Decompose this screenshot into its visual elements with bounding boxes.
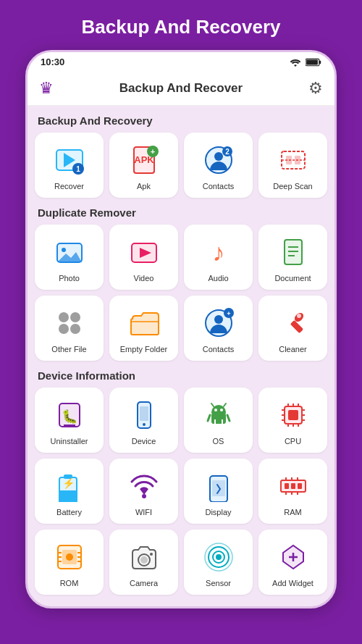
sensor-item[interactable]: Sensor: [184, 530, 253, 595]
wifi-item[interactable]: WIFI: [109, 459, 178, 524]
recover-label: Recover: [54, 182, 84, 191]
svg-point-104: [66, 553, 73, 561]
battery-label: Battery: [56, 508, 82, 517]
camera-item[interactable]: Camera: [109, 530, 178, 595]
uninstaller-label: Uninstaller: [51, 437, 88, 446]
ram-item[interactable]: RAM: [258, 459, 327, 524]
svg-rect-92: [285, 483, 289, 489]
cpu-item[interactable]: CPU: [258, 388, 327, 453]
svg-point-24: [62, 248, 66, 252]
rom-icon: [54, 541, 85, 573]
svg-point-58: [220, 409, 223, 411]
content: Backup And Recovery 1 Recover: [28, 106, 334, 606]
photo-label: Photo: [59, 274, 80, 283]
recover-icon: 1: [54, 144, 85, 176]
svg-point-54: [143, 423, 146, 426]
svg-rect-94: [298, 483, 302, 489]
document-icon: [277, 236, 309, 268]
svg-point-38: [70, 324, 80, 334]
emptyfolder-icon: [128, 307, 160, 339]
rom-label: ROM: [60, 579, 79, 587]
svg-rect-82: [59, 490, 77, 502]
svg-point-114: [216, 554, 222, 560]
page-title: Backup And Recovery: [67, 0, 295, 50]
svg-point-46: [297, 314, 301, 318]
sensor-icon: [203, 541, 235, 573]
cleaner-icon: [277, 307, 309, 339]
apk-label: Apk: [137, 182, 151, 191]
photo-item[interactable]: Photo: [35, 225, 104, 290]
svg-point-112: [140, 556, 148, 564]
ram-label: RAM: [284, 508, 301, 517]
svg-text:🐛: 🐛: [62, 409, 78, 425]
svg-point-41: [214, 315, 223, 324]
video-label: Video: [134, 274, 154, 283]
svg-point-85: [142, 494, 146, 498]
rom-item[interactable]: ROM: [35, 530, 104, 595]
addwidget-label: Add Widget: [272, 579, 313, 587]
display-item[interactable]: Display: [184, 459, 253, 524]
addwidget-icon: [277, 541, 309, 573]
document-item[interactable]: Document: [258, 225, 327, 290]
svg-point-36: [70, 312, 80, 322]
ram-icon: [277, 470, 309, 502]
contacts-backup-item[interactable]: 2 Contacts: [184, 133, 253, 198]
device-icon: [128, 399, 160, 431]
os-label: OS: [213, 437, 224, 446]
otherfile-item[interactable]: Other File: [35, 296, 104, 361]
svg-rect-56: [211, 414, 226, 424]
section-device-label: Device Information: [35, 361, 327, 388]
grid-duplicate: Photo Video ♪: [35, 225, 327, 361]
top-bar-title: Backup And Recover: [119, 81, 243, 96]
svg-text:+: +: [227, 310, 230, 317]
recover-item[interactable]: 1 Recover: [35, 133, 104, 198]
svg-point-57: [214, 409, 217, 411]
grid-backup: 1 Recover APK + Apk: [35, 133, 327, 198]
os-icon: [203, 399, 235, 431]
display-icon: [203, 470, 235, 502]
camera-label: Camera: [130, 579, 158, 587]
wifi-status-icon: [290, 58, 301, 67]
video-item[interactable]: Video: [109, 225, 178, 290]
svg-rect-67: [288, 410, 298, 420]
emptyfolder-item[interactable]: Empty Folder: [109, 296, 178, 361]
cleaner-label: Cleaner: [279, 345, 307, 354]
wifi-icon: [128, 470, 160, 502]
deepscan-item[interactable]: Deep Scan: [258, 133, 327, 198]
sensor-label: Sensor: [206, 579, 231, 587]
svg-rect-44: [290, 320, 303, 333]
crown-icon: ♛: [39, 79, 54, 98]
wifi-label: WIFI: [135, 508, 152, 517]
cleaner-item[interactable]: Cleaner: [258, 296, 327, 361]
battery-item[interactable]: ⚡ Battery: [35, 459, 104, 524]
settings-icon[interactable]: ⚙: [308, 79, 323, 98]
status-icons: [290, 58, 321, 67]
svg-point-37: [59, 324, 69, 334]
audio-icon: ♪: [203, 236, 235, 268]
svg-line-59: [208, 415, 210, 421]
svg-point-35: [59, 312, 69, 322]
svg-rect-1: [306, 59, 318, 64]
apk-item[interactable]: APK + Apk: [109, 133, 178, 198]
svg-rect-88: [212, 480, 225, 496]
os-item[interactable]: OS: [184, 388, 253, 453]
contacts-backup-label: Contacts: [203, 182, 234, 191]
otherfile-icon: [54, 307, 85, 339]
device-label: Device: [132, 437, 156, 446]
photo-icon: [54, 236, 85, 268]
cpu-icon: [277, 399, 309, 431]
battery-status-icon: [306, 58, 321, 67]
svg-rect-93: [291, 483, 295, 489]
svg-point-15: [214, 152, 223, 161]
svg-line-63: [211, 403, 214, 406]
audio-item[interactable]: ♪ Audio: [184, 225, 253, 290]
device-item[interactable]: Device: [109, 388, 178, 453]
cpu-label: CPU: [285, 437, 301, 446]
section-duplicate-label: Duplicate Remover: [35, 198, 327, 225]
video-icon: [128, 236, 160, 268]
addwidget-item[interactable]: Add Widget: [258, 530, 327, 595]
grid-device: 🐛 Uninstaller Device: [35, 388, 327, 595]
contacts-backup-icon: 2: [203, 144, 235, 176]
uninstaller-item[interactable]: 🐛 Uninstaller: [35, 388, 104, 453]
contactsdup-item[interactable]: + Contacts: [184, 296, 253, 361]
